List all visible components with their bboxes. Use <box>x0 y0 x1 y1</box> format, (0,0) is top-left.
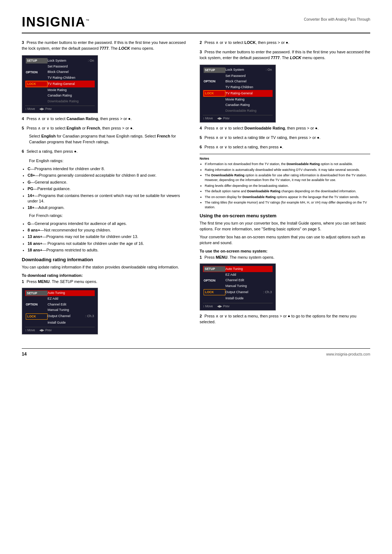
step4-block: 4 Press ∧ or ∨ to select Canadian Rating… <box>22 116 189 122</box>
screen3-move: ↕ Move <box>203 116 213 120</box>
rating-g: G—General audience. <box>28 180 189 185</box>
screen4-item-manualtuning: Manual Tuning <box>225 284 272 289</box>
page-number: 14 <box>22 352 26 357</box>
right-step2-num: 2 <box>200 40 202 45</box>
screen2-val-ch3: : Ch.3 <box>85 314 94 319</box>
rating-g-fr: G—General programs intended for audience… <box>28 221 189 226</box>
step5-num: 5 <box>22 126 24 130</box>
left-column: 3 Press the number buttons to enter the … <box>22 40 189 337</box>
right-column: 2 Press ∧ or ∨ to select LOCK, then pres… <box>200 40 370 337</box>
screen4-footer: ↕ Move ◀▶ Prev <box>203 303 273 308</box>
screen3-row-1: SETUP Lock System : On <box>203 67 273 73</box>
screen1-item-blockchannel: Block Channel <box>48 70 94 75</box>
note-2: Rating information is automatically down… <box>205 168 370 172</box>
right-step4-text: 4 Press ∧ or ∨ to select Downloadable Ra… <box>200 126 370 131</box>
notes-label: Notes <box>200 156 370 160</box>
screen2-label-option: OPTION <box>26 302 48 307</box>
screen2-prev: ◀▶ Prev <box>39 328 52 332</box>
screen4-item-autotuning: Auto Tuning <box>225 267 272 272</box>
screen2-label-setup: SETUP <box>26 291 48 296</box>
rating-c8: C8+—Programs generally considered accept… <box>28 173 189 178</box>
screen1-prev: ◀▶ Prev <box>39 107 52 111</box>
screen2-footer: ↕ Move ◀▶ Prev <box>25 327 95 332</box>
screen3-footer: ↕ Move ◀▶ Prev <box>203 115 273 120</box>
rating-18: 18+—Adult program. <box>28 205 189 210</box>
section-downloading-heading: Downloading rating information <box>22 257 189 262</box>
screen2-row-3: OPTION Channel Edit <box>25 302 95 308</box>
screen3-item-downloadablerating: Downloadable Rating <box>225 108 272 114</box>
screen3-row-4: TV Rating-Children <box>203 85 273 90</box>
screen1-item-locksystem: Lock System <box>48 58 88 63</box>
screen2-row-1: SETUP Auto Tuning <box>25 290 95 296</box>
download-step1-text: 1 Press MENU. The SETUP menu opens. <box>22 279 189 285</box>
screen1-item-downloadablerating: Downloadable Rating <box>48 99 94 104</box>
step5-block: 5 Press ∧ or ∨ to select English or Fren… <box>22 126 189 145</box>
rating-13ans: 13 ans+—Programs may not be suitable for… <box>28 234 189 239</box>
trademark: ™ <box>86 19 90 22</box>
onscreen-p1: The first time you turn on your converte… <box>200 221 370 232</box>
screen1-row-2: Set Password <box>25 64 95 70</box>
note-6: The on-screen display for Downloadable R… <box>205 195 370 200</box>
screen3-val-on: : On <box>266 67 272 73</box>
screen1-move: ↕ Move <box>25 107 35 111</box>
screen3-label-option: OPTION <box>204 79 225 84</box>
footer-url: www.insignia-products.com <box>326 352 370 356</box>
screen4-val-ch3: : Ch.3 <box>263 290 272 295</box>
onscreen-step2-text: 2 Press ∧ or ∨ to select a menu, then pr… <box>200 313 370 325</box>
page: INSIGNIA™ Converter Box with Analog Pass… <box>0 0 392 554</box>
step6-text: 6 Select a rating, then press ●. <box>22 149 189 155</box>
screen2-item-channeledit: Channel Edit <box>48 302 94 307</box>
screen2-item-outputchannel: Output Channel <box>48 314 85 319</box>
screen2-move: ↕ Move <box>25 328 35 332</box>
screen1-val-on: : On <box>88 58 94 63</box>
screen1-item-canadianrating: Canadian Rating <box>48 93 94 98</box>
two-col-layout: 3 Press the number buttons to enter the … <box>22 40 370 337</box>
screen1-row-1: SETUP Lock System : On <box>25 58 95 64</box>
screen1-item-tvrating-children: TV Rating-Children <box>48 75 94 81</box>
screen4-label-setup: SETUP <box>204 266 225 272</box>
right-step4-block: 4 Press ∧ or ∨ to select Downloadable Ra… <box>200 126 370 131</box>
screen3-item-tvrating-general: TV Rating-General <box>225 91 272 96</box>
screen2-row-4: Manual Tuning <box>25 307 95 313</box>
note-1: If information is not downloaded from th… <box>205 162 370 167</box>
screen1-label-option: OPTION <box>26 70 48 75</box>
rating-c: C—Programs intended for children under 8… <box>28 166 189 172</box>
screen2-item-ezadd: EZ Add <box>48 296 94 301</box>
screen4-prev: ◀▶ Prev <box>217 304 229 308</box>
subheading-download: To download rating information: <box>22 273 189 278</box>
screen3-row-6: Movie Rating <box>203 97 273 103</box>
rating-pg: PG—Parental guidance. <box>28 186 189 192</box>
screen3-row-2: Set Password <box>203 73 273 79</box>
step5-note: Select English for Canadian programs tha… <box>29 134 189 145</box>
screen2: SETUP Auto Tuning EZ Add OPTION Channel … <box>22 288 98 335</box>
screen4-row-4: Manual Tuning <box>203 283 273 289</box>
step6-block: 6 Select a rating, then press ●. <box>22 149 189 155</box>
screen2-item-autotuning: Auto Tuning <box>48 291 94 296</box>
screen4-item-outputchannel: Output Channel <box>225 290 263 295</box>
step3-num: 3 <box>22 40 24 45</box>
screen1-item-movierating: Movie Rating <box>48 88 94 93</box>
step4-text: 4 Press ∧ or ∨ to select Canadian Rating… <box>22 116 189 122</box>
footer-bar: 14 www.insignia-products.com <box>22 348 370 357</box>
screen1-row-7: Canadian Rating <box>25 93 95 99</box>
screen3: SETUP Lock System : On Set Password OPTI… <box>200 65 276 123</box>
onscreen-step2-num: 2 <box>200 314 202 318</box>
screen1-row-6: Movie Rating <box>25 87 95 93</box>
right-step6-num: 6 <box>200 145 202 149</box>
screen4: SETUP Auto Tuning EZ Add OPTION Channel … <box>200 263 276 311</box>
screen3-item-tvrating-children: TV Rating-Children <box>225 85 272 90</box>
screen4-row-3: OPTION Channel Edit <box>203 278 273 283</box>
step5-text: 5 Press ∧ or ∨ to select English or Fren… <box>22 126 189 131</box>
onscreen-p2: Your converter box has an on-screen menu… <box>200 234 370 246</box>
screen2-row-6: Install Guide <box>25 320 95 326</box>
screen4-move: ↕ Move <box>203 304 213 308</box>
screen1-label-setup: SETUP <box>26 58 48 63</box>
download-step1-num: 1 <box>22 279 24 284</box>
rating-16ans: 16 ans+— Programs not suitable for child… <box>28 241 189 246</box>
onscreen-step1-num: 1 <box>200 255 202 259</box>
screen3-item-movierating: Movie Rating <box>225 97 272 102</box>
screen3-item-blockchannel: Block Channel <box>225 79 272 84</box>
subheading-onscreen: To use the on-screen menu system: <box>200 249 370 253</box>
english-ratings-list: C—Programs intended for children under 8… <box>28 166 189 211</box>
screen2-item-installguide: Install Guide <box>48 320 94 325</box>
